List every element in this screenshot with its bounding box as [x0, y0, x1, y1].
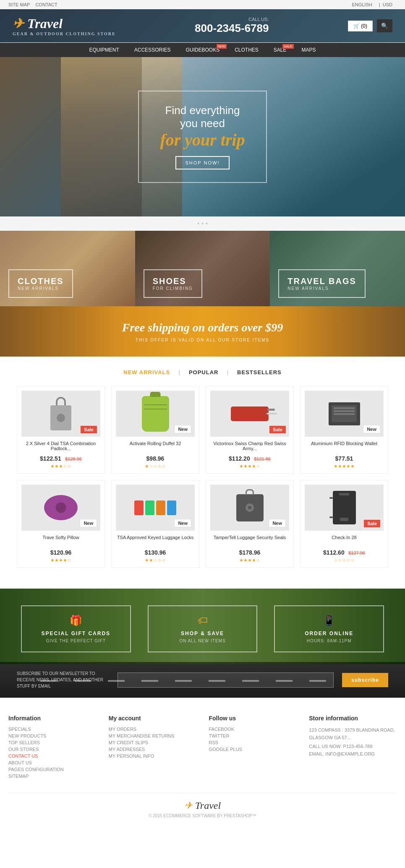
footer-link-contact-us[interactable]: CONTACT US [8, 753, 96, 759]
feature-order-online[interactable]: 📱 ORDER ONLINE HOURS: 8AM-11PM [274, 605, 384, 652]
badge-sale: Sale [81, 426, 97, 433]
footer-link-new-products[interactable]: NEW PRODUCTS [8, 733, 96, 738]
feature-sub: ON ALL NEW ITEMS [155, 639, 251, 643]
badge-new: New [174, 519, 191, 527]
footer-link-sitemap[interactable]: SITEMAP [8, 774, 96, 779]
badge-sale: Sale [364, 520, 380, 527]
product-card[interactable]: New Aluminium RFID Blocking Wallet $77.5… [300, 386, 388, 474]
footer-follow-us: Follow us FACEBOOK TWITTER RSS GOOGLE PL… [209, 715, 297, 780]
nav-equipment[interactable]: EQUIPMENT [81, 43, 126, 57]
footer: Information SPECIALS NEW PRODUCTS TOP SE… [0, 698, 405, 826]
product-pricing: $112.60 $127.96 [305, 549, 384, 556]
product-price: $112.20 [229, 455, 250, 462]
product-card[interactable]: New TSA Approved Keyed Luggage Locks $13… [111, 480, 199, 568]
logo[interactable]: ✈ Travel GEAR & OUTDOOR CLOTHING STORE [13, 16, 116, 36]
sitemap-link[interactable]: SITE MAP [8, 2, 30, 7]
tab-popular[interactable]: POPULAR [189, 369, 219, 375]
product-price: $77.51 [335, 455, 353, 462]
badge-new: New [363, 425, 380, 433]
footer-link-about-us[interactable]: ABOUT US [8, 760, 96, 765]
feature-gift-cards[interactable]: 🎁 SPECIAL GIFT CARDS GIVE THE PERFECT GI… [21, 605, 131, 652]
category-shoes[interactable]: SHOES FOR CLIMBING [135, 231, 270, 306]
footer-link-rss[interactable]: RSS [209, 740, 297, 745]
footer-link-facebook[interactable]: FACEBOOK [209, 727, 297, 732]
backpack-img [142, 396, 169, 432]
feature-shop-save[interactable]: 🏷 SHOP & SAVE ON ALL NEW ITEMS [148, 605, 258, 652]
badge-new: New [269, 519, 286, 527]
nav-sale-badge: SALE [282, 44, 293, 49]
currency-selector[interactable]: USD [383, 2, 392, 7]
footer-link-specials[interactable]: SPECIALS [8, 727, 96, 732]
product-pricing: $122.51 $128.96 [21, 455, 100, 462]
contact-link[interactable]: CONTACT [35, 2, 57, 7]
badge-sale: Sale [269, 426, 286, 433]
nav-clothes[interactable]: CLOTHES [227, 43, 266, 57]
product-card[interactable]: New TamperTell Luggage Security Seals $1… [206, 480, 294, 568]
product-card[interactable]: New Trave Softy Pillow $120.96 ★★★★☆ [17, 480, 105, 568]
nav-sale[interactable]: SALE SALE [266, 43, 294, 57]
footer-link-orders[interactable]: MY ORDERS [109, 727, 196, 732]
product-pricing: $77.51 [305, 455, 384, 462]
product-card[interactable]: Sale Victorinox Swiss Champ Red Swiss Ar… [206, 386, 294, 474]
product-image: Sale [21, 391, 100, 437]
category-bags-label: TRAVEL BAGS NEW ARRIVALS [278, 269, 366, 298]
footer-link-pages-config[interactable]: PAGES CONFIGURATION [8, 767, 96, 772]
newsletter-email-input[interactable] [118, 673, 334, 688]
footer-link-returns[interactable]: MY MERCHANDISE RETURNS [109, 733, 196, 738]
product-stars: ★★☆☆☆ [116, 558, 195, 563]
tab-new-arrivals[interactable]: NEW ARRIVALS [123, 369, 170, 375]
product-old-price: $121.86 [254, 456, 271, 461]
category-bags[interactable]: TRAVEL BAGS NEW ARRIVALS [270, 231, 405, 306]
footer-link-personal-info[interactable]: MY PERSONAL INFO [109, 753, 196, 759]
shop-now-button[interactable]: SHOP NOW! [175, 156, 230, 169]
footer-link-top-sellers[interactable]: TOP SELLERS [8, 740, 96, 745]
header-phone-section: CALL US: 800-2345-6789 [195, 17, 269, 35]
product-card[interactable]: New Activate Rolling Duffel 32 $98.96 ★☆… [111, 386, 199, 474]
hero-section: Find everything you need for your trip S… [0, 57, 405, 216]
nav-accessories[interactable]: ACCESSORIES [127, 43, 178, 57]
product-card[interactable]: Sale Check-In 28 $112.60 $127.96 ☆☆☆☆☆ [300, 480, 388, 568]
gift-icon: 🎁 [28, 615, 124, 626]
product-price: $178.96 [239, 549, 261, 556]
nav-maps[interactable]: MAPS [294, 43, 324, 57]
product-pricing: $120.96 [21, 549, 100, 556]
feature-section: 🎁 SPECIAL GIFT CARDS GIVE THE PERFECT GI… [0, 589, 405, 698]
nav-guidebooks[interactable]: GUIDEBOOKS NEW [178, 43, 227, 57]
badge-new: New [80, 519, 97, 527]
tag-icon: 🏷 [155, 615, 251, 626]
footer-account-title: My account [109, 715, 196, 722]
product-name: TSA Approved Keyed Luggage Locks [116, 535, 195, 547]
luggage-lock-img [236, 494, 264, 521]
cart-count: (0) [361, 23, 367, 29]
footer-store-info: Store information 123 COMPASS : 3379 BLA… [309, 715, 397, 780]
search-button[interactable]: 🔍 [377, 19, 392, 32]
footer-my-account: My account MY ORDERS MY MERCHANDISE RETU… [109, 715, 196, 780]
footer-link-credit-slips[interactable]: MY CREDIT SLIPS [109, 740, 196, 745]
product-old-price: $127.96 [348, 550, 365, 555]
footer-link-addresses[interactable]: MY ADDRESSES [109, 747, 196, 752]
product-price: $120.96 [50, 549, 72, 556]
footer-link-our-stores[interactable]: OUR STORES [8, 747, 96, 752]
product-stars: ★☆☆☆☆ [116, 464, 195, 469]
category-banners: CLOTHES NEW ARRIVALS SHOES FOR CLIMBING … [0, 231, 405, 306]
footer-link-twitter[interactable]: TWITTER [209, 733, 297, 738]
product-stars: ★★★☆☆ [21, 464, 100, 469]
mobile-icon: 📱 [281, 615, 377, 626]
tab-bestsellers[interactable]: BESTSELLERS [237, 369, 282, 375]
newsletter-text: SUBSCRIBE TO OUR NEWSLETTER TO RECEIVE N… [17, 670, 109, 689]
product-stars: ☆☆☆☆☆ [305, 558, 384, 563]
feature-cards: 🎁 SPECIAL GIFT CARDS GIVE THE PERFECT GI… [0, 597, 405, 661]
product-card[interactable]: Sale 2 X Silver 4 Dial TSA Combination P… [17, 386, 105, 474]
cart-button[interactable]: 🛒 (0) [348, 21, 373, 31]
search-icon: 🔍 [381, 23, 388, 29]
phone-number: 800-2345-6789 [195, 22, 269, 35]
category-clothes[interactable]: CLOTHES NEW ARRIVALS [0, 231, 135, 306]
nav-new-badge: NEW [217, 44, 227, 49]
product-pricing: $98.96 [116, 455, 195, 462]
footer-link-googleplus[interactable]: GOOGLE PLUS [209, 747, 297, 752]
subscribe-button[interactable]: subscribe [342, 673, 388, 687]
feature-title: ORDER ONLINE [281, 631, 377, 636]
footer-follow-title: Follow us [209, 715, 297, 722]
feature-title: SPECIAL GIFT CARDS [28, 631, 124, 636]
language-selector[interactable]: ENGLISH [352, 2, 372, 7]
